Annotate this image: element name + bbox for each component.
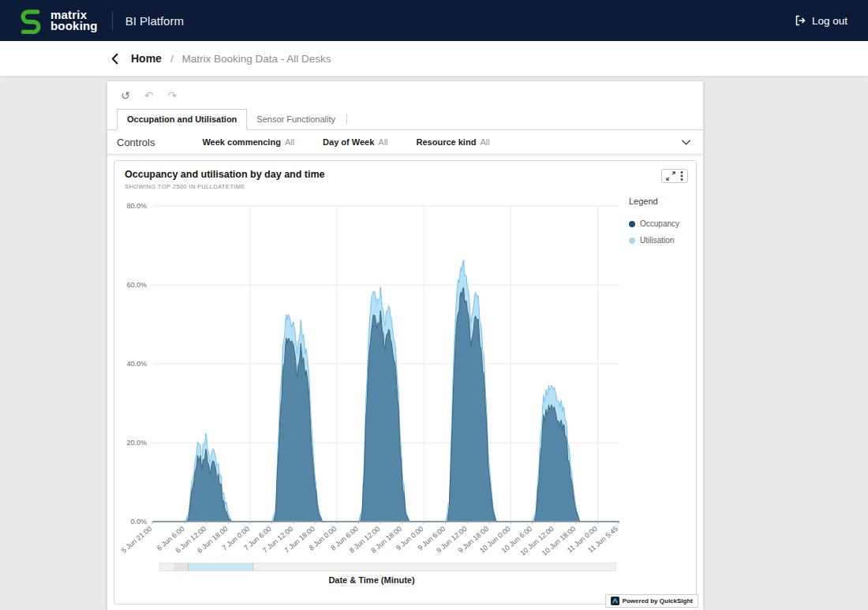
chevron-down-icon <box>680 137 692 148</box>
filter-value: All <box>480 137 489 147</box>
legend-item-utilisation[interactable]: Utilisation <box>629 236 696 245</box>
visual-subtitle: SHOWING TOP 2500 IN FULLDATETIME <box>125 183 325 190</box>
quicksight-toolbar: ↺ ↶ ↷ <box>107 81 703 109</box>
visual-menu <box>661 169 688 183</box>
logout-button[interactable]: Log out <box>794 14 847 27</box>
visual-title: Occupancy and utilisation by day and tim… <box>125 169 325 180</box>
controls-bar: Controls Week commencing All Day of Week… <box>107 130 703 155</box>
kebab-menu-icon[interactable] <box>680 170 683 182</box>
filter-day-of-week[interactable]: Day of Week All <box>323 137 387 147</box>
logout-icon <box>794 14 806 27</box>
app-title: BI Platform <box>125 14 184 28</box>
powered-by-label: Powered by QuickSight <box>623 597 693 604</box>
chart-legend: Legend Occupancy Utilisation <box>629 190 696 585</box>
top-nav-bar: matrix booking BI Platform Log out <box>0 0 868 41</box>
utilisation-swatch <box>629 238 635 244</box>
svg-text:5 Jun 21:00: 5 Jun 21:00 <box>120 525 153 555</box>
filter-label: Week commencing <box>202 137 280 147</box>
legend-title: Legend <box>629 196 696 206</box>
controls-collapse-button[interactable] <box>680 137 692 148</box>
scrollbar-track-segment <box>174 563 187 571</box>
sheet-tabs: Occupation and Utilisation Sensor Functi… <box>107 109 703 130</box>
maximize-icon[interactable] <box>666 171 675 181</box>
matrix-booking-logo[interactable]: matrix booking <box>17 7 98 34</box>
tab-separator <box>346 114 347 124</box>
chevron-left-icon <box>109 52 122 65</box>
occupancy-utilisation-chart[interactable]: 0.0%20.0%40.0%60.0%80.0%5 Jun 21:006 Jun… <box>114 190 629 585</box>
logout-label: Log out <box>812 15 847 27</box>
svg-text:40.0%: 40.0% <box>126 360 147 368</box>
breadcrumb-separator: / <box>170 53 174 65</box>
breadcrumb-home[interactable]: Home <box>131 52 162 65</box>
filter-resource-kind[interactable]: Resource kind All <box>417 137 490 147</box>
powered-by-quicksight[interactable]: Powered by QuickSight <box>605 594 698 608</box>
area-chart-svg[interactable]: 0.0%20.0%40.0%60.0%80.0%5 Jun 21:006 Jun… <box>114 190 629 563</box>
scrollbar-thumb[interactable] <box>188 563 254 571</box>
svg-text:0.0%: 0.0% <box>130 518 147 526</box>
filter-value: All <box>285 137 294 147</box>
dashboard-card: ↺ ↶ ↷ Occupation and Utilisation Sensor … <box>107 81 703 610</box>
svg-text:60.0%: 60.0% <box>126 281 147 289</box>
redo-icon[interactable]: ↷ <box>162 88 182 103</box>
matrix-booking-logo-icon <box>17 7 44 34</box>
reset-icon[interactable]: ↺ <box>115 88 136 103</box>
occupancy-swatch <box>629 221 635 227</box>
visual-panel: Occupancy and utilisation by day and tim… <box>114 160 697 604</box>
controls-title: Controls <box>117 137 155 148</box>
back-button[interactable] <box>109 52 122 65</box>
tab-sensor-functionality[interactable]: Sensor Functionality <box>247 110 345 129</box>
sheet-area: Occupancy and utilisation by day and tim… <box>107 155 703 604</box>
time-range-scrollbar[interactable] <box>159 563 616 571</box>
filter-value: All <box>378 137 387 147</box>
filter-week-commencing[interactable]: Week commencing All <box>202 137 294 147</box>
filter-label: Day of Week <box>323 137 374 147</box>
breadcrumb: Home / Matrix Booking Data - All Desks <box>0 41 868 77</box>
tab-occupation-and-utilisation[interactable]: Occupation and Utilisation <box>117 109 247 130</box>
logo-word-booking: booking <box>51 21 98 32</box>
x-axis-title: Date & Time (Minute) <box>114 575 629 585</box>
svg-text:80.0%: 80.0% <box>126 202 147 210</box>
undo-icon[interactable]: ↶ <box>139 88 159 103</box>
breadcrumb-current: Matrix Booking Data - All Desks <box>182 53 331 65</box>
filter-label: Resource kind <box>417 137 477 147</box>
topbar-divider <box>112 11 113 30</box>
svg-text:20.0%: 20.0% <box>126 439 147 447</box>
legend-item-label: Utilisation <box>640 236 674 245</box>
legend-item-label: Occupancy <box>640 219 679 228</box>
legend-item-occupancy[interactable]: Occupancy <box>629 219 696 228</box>
quicksight-logo-icon <box>611 597 619 605</box>
